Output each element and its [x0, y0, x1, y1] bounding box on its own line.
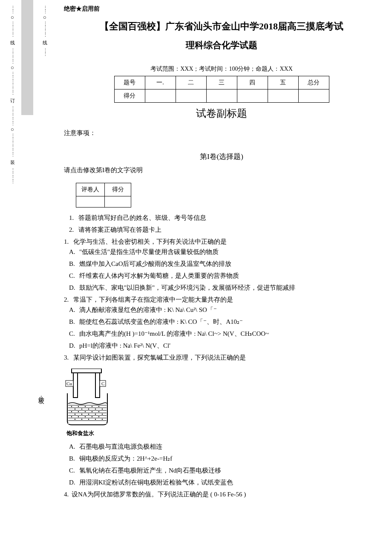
list-item: 1.答题前填写好自己的姓名、班级、考号等信息 [69, 213, 379, 223]
reviewer-table: 评卷人 得分 [76, 183, 131, 208]
svg-point-24 [78, 411, 79, 412]
svg-point-42 [102, 419, 103, 420]
svg-point-41 [95, 419, 96, 420]
option-text: 鼓励汽车、家电"以旧换新"，可减少环境污染，发展循环经济，促进节能减排 [79, 284, 295, 291]
svg-rect-1 [73, 373, 78, 398]
svg-point-30 [88, 414, 89, 415]
score-table: 题号 一. 二 三 四 五 总分 得分 [114, 76, 329, 103]
score-cell [298, 89, 329, 102]
table-row: 题号 一. 二 三 四 五 总分 [114, 76, 329, 89]
score-header: 一. [145, 76, 176, 89]
svg-point-40 [88, 419, 89, 420]
options: A.滴人酚献溶液显红色的溶液中 : K\ Na\ Cu²\ SO「⁻ B.能使红… [64, 305, 379, 351]
section1-note: 请点击修改第I卷的文字说明 [64, 165, 379, 175]
option-text: 氢氧化钠在石墨电极附近产生，Nd向石墨电极迁移 [79, 467, 221, 474]
question-number: 3. [64, 352, 73, 363]
table-row [76, 196, 131, 208]
option-label: C. [69, 329, 79, 339]
svg-point-37 [98, 416, 99, 417]
question-stem: 设NA为阿伏加德罗常数的值。下列说法正确的是 ( 0-16 Fe-56 ) [72, 491, 246, 498]
option-text: pH=l的溶液中 : Na\ Fe²\ N(V、Cl' [79, 342, 170, 349]
question: 3.某同学设计如图装置，探究氯碱工业原理，下列说法正确的是 Cu C [64, 352, 379, 487]
reviewer-cell [105, 196, 131, 208]
option-text: 滴人酚献溶液显红色的溶液中 : K\ Na\ Cu²\ SO「⁻ [79, 306, 217, 313]
option-text: 用湿润KI淀粉试剂在铜电极附近检验气体，试纸变蓝色 [79, 479, 233, 486]
question: 1.化学与生活、社会密切相关，下列有关说法中正确的是 A."低碳生活"是指生活中… [64, 236, 379, 293]
option-text: 燃煤中加入CaO后可减少酸雨的发生及温室气体的排放 [79, 260, 232, 267]
score-header: 题号 [114, 76, 145, 89]
option-label: A. [69, 441, 79, 452]
svg-point-17 [98, 406, 99, 407]
reviewer-header: 得分 [105, 183, 131, 196]
score-header: 五 [268, 76, 298, 89]
svg-point-35 [85, 416, 86, 417]
cu-label: Cu [66, 381, 72, 386]
instruction-text: 请将答案正确填写在答题卡上 [78, 226, 161, 233]
option-label: C. [69, 271, 79, 281]
svg-point-16 [92, 406, 92, 407]
option-label: D. [69, 283, 79, 293]
instruction-text: 答题前填写好自己的姓名、班级、考号等信息 [78, 214, 206, 221]
question-stem: 常温下，下列各组离子在指定溶液中一定能大量共存的是 [73, 296, 233, 303]
svg-point-39 [81, 419, 82, 420]
score-cell [237, 89, 268, 102]
option-label: B. [69, 259, 79, 269]
svg-point-19 [81, 409, 82, 409]
svg-point-26 [92, 411, 92, 412]
svg-point-22 [102, 409, 103, 409]
svg-point-23 [71, 411, 72, 412]
exam-title-line1: 【全国百强校】广东省汕头市金山中学2018届高三摸底考试 [64, 19, 379, 34]
question-stem: 化学与生活、社会密切相关，下列有关说法中正确的是 [73, 238, 227, 245]
score-header: 二 [176, 76, 206, 89]
list-item: 2.请将答案正确填写在答题卡上 [69, 225, 379, 235]
reviewer-cell [76, 196, 105, 208]
svg-point-29 [81, 414, 82, 415]
question-number: 4. [64, 489, 72, 499]
option-text: "低碳生活"是指生活中尽量使用含碳量较低的物质 [79, 248, 219, 255]
score-cell [145, 89, 176, 102]
svg-point-33 [71, 416, 72, 417]
svg-rect-5 [68, 404, 107, 424]
svg-point-18 [75, 409, 75, 409]
score-cell [206, 89, 237, 102]
table-row: 得分 [114, 89, 329, 102]
question: 2.常温下，下列各组离子在指定溶液中一定能大量共存的是 A.滴人酚献溶液显红色的… [64, 294, 379, 351]
option-text: 由水电离产生的(H )=10⁻¹mol/L 的溶液中 : Na\ Cl~> N(… [79, 330, 269, 337]
score-header: 三 [206, 76, 237, 89]
option-label: D. [69, 477, 79, 487]
svg-point-34 [78, 416, 79, 417]
option-label: D. [69, 340, 79, 351]
options: A.石墨电极与直流电源负极相连 B.铜电极的反应式为：2H^+2e-=H₂f C… [64, 441, 379, 487]
question-number: 2. [64, 294, 73, 305]
option-text: 能使红色石蕊试纸变蓝色的溶液中 : K\ CO「⁻、时、A10₂⁻ [79, 318, 243, 325]
electrolysis-figure: Cu C [64, 369, 379, 438]
svg-point-28 [75, 414, 75, 415]
instruction-list: 1.答题前填写好自己的姓名、班级、考号等信息 2.请将答案正确填写在答题卡上 [64, 213, 379, 235]
option-text: 铜电极的反应式为：2H^+2e-=H₂f [79, 455, 172, 462]
table-row: 评卷人 得分 [76, 183, 131, 196]
svg-point-14 [78, 406, 79, 407]
options: A."低碳生活"是指生活中尽量使用含碳量较低的物质 B.燃煤中加入CaO后可减少… [64, 247, 379, 293]
svg-point-27 [98, 411, 99, 412]
option-label: B. [69, 453, 79, 464]
svg-point-20 [88, 409, 89, 409]
svg-point-32 [102, 414, 103, 415]
section1-title: 第I卷(选择题) [64, 151, 379, 162]
option-text: 石墨电极与直流电源负极相连 [79, 443, 162, 450]
reviewer-header: 评卷人 [76, 183, 105, 196]
electrolysis-icon: Cu C [64, 369, 115, 428]
exam-info: 考试范围：XXX；考试时间：100分钟；命题人：XXX [64, 64, 379, 74]
notice-label: 注意事项： [64, 128, 379, 138]
svg-rect-2 [95, 373, 100, 398]
option-text: 纤维素在人体内可水解为葡萄糖，是人类重要的营养物质 [79, 272, 239, 279]
svg-point-38 [75, 419, 75, 420]
option-label: A. [69, 305, 79, 315]
svg-point-15 [85, 406, 86, 407]
c-label: C [101, 381, 104, 386]
score-header: 四 [237, 76, 268, 89]
svg-point-21 [95, 409, 96, 409]
svg-point-13 [71, 406, 72, 407]
score-header: 总分 [298, 76, 329, 89]
option-label: A. [69, 247, 79, 257]
svg-point-31 [95, 414, 96, 415]
